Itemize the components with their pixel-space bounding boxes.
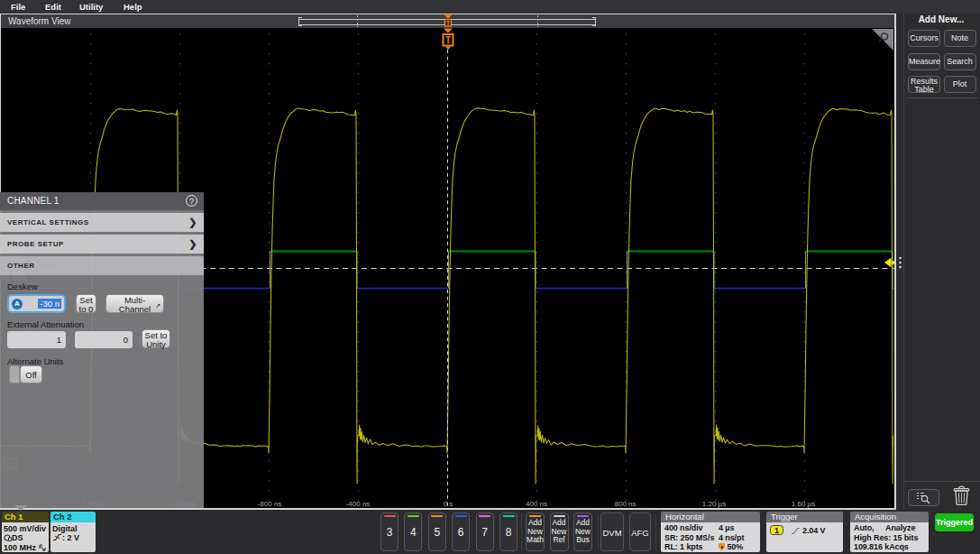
- svg-text:-400 ns: -400 ns: [346, 500, 371, 508]
- svg-text:T: T: [445, 35, 451, 45]
- svg-text:-800 ns: -800 ns: [258, 500, 282, 508]
- svg-text:1.60 µs: 1.60 µs: [792, 500, 815, 508]
- svg-text:T: T: [446, 20, 450, 26]
- svg-text:400 ns: 400 ns: [526, 500, 547, 508]
- svg-text:1.20 µs: 1.20 µs: [702, 500, 726, 508]
- svg-text:800 ns: 800 ns: [614, 500, 636, 508]
- svg-text:0 s: 0 s: [444, 500, 453, 508]
